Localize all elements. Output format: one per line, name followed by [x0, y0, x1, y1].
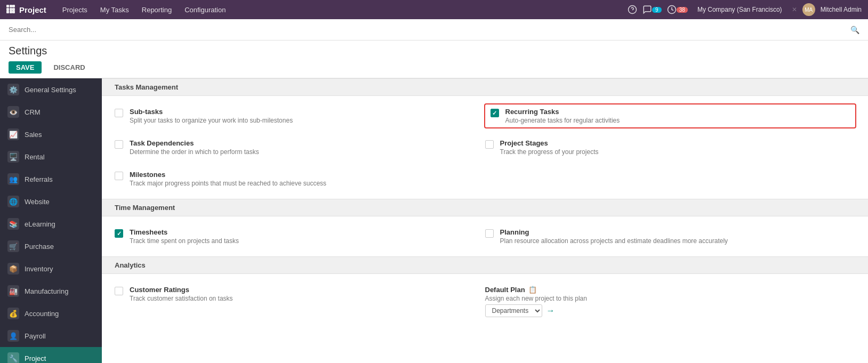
- save-button[interactable]: SAVE: [9, 61, 42, 74]
- setting-title-timesheets: Timesheets: [130, 228, 239, 236]
- search-input[interactable]: [9, 26, 850, 34]
- sidebar-label: Rental: [25, 153, 45, 161]
- svg-rect-8: [12, 11, 15, 13]
- sidebar-item-purchase[interactable]: 🛒Purchase: [0, 235, 102, 257]
- setting-title-milestones: Milestones: [130, 171, 326, 179]
- setting-item-recurring_tasks: Recurring TasksAuto-generate tasks for r…: [484, 103, 857, 128]
- sidebar-icon-inventory: 📦: [7, 263, 19, 275]
- settings-grid-analytics: Customer RatingsTrack customer satisfact…: [102, 274, 868, 331]
- search-bar-row: 🔍: [0, 19, 868, 41]
- setting-desc-planning: Plan resource allocation across projects…: [500, 237, 728, 245]
- sidebar-item-website[interactable]: 🌐Website: [0, 190, 102, 213]
- app-grid-icon[interactable]: [6, 5, 15, 15]
- setting-item-sub_tasks: Sub-tasksSplit your tasks to organize yo…: [115, 104, 485, 127]
- svg-rect-4: [10, 8, 12, 11]
- support-icon[interactable]: [628, 5, 637, 14]
- sidebar-icon-elearning: 📚: [7, 218, 19, 230]
- setting-item-timesheets: TimesheetsTrack time spent on projects a…: [115, 225, 485, 248]
- setting-text-default_plan: Default Plan📋Assign each new project to …: [485, 286, 587, 319]
- top-navigation: Project Projects My Tasks Reporting Conf…: [0, 0, 868, 19]
- settings-grid-tasks_management: Sub-tasksSplit your tasks to organize yo…: [102, 96, 868, 199]
- nav-my-tasks[interactable]: My Tasks: [95, 4, 134, 16]
- sidebar-item-rental[interactable]: 🖥️Rental: [0, 146, 102, 168]
- sidebar-item-referrals[interactable]: 👥Referrals: [0, 168, 102, 190]
- setting-text-sub_tasks: Sub-tasksSplit your tasks to organize yo…: [130, 108, 293, 124]
- checkbox-recurring_tasks[interactable]: [491, 109, 499, 117]
- nav-reporting[interactable]: Reporting: [136, 4, 177, 16]
- setting-desc-default_plan: Assign each new project to this plan: [485, 295, 587, 302]
- checkbox-project_stages[interactable]: [485, 140, 494, 149]
- setting-title-recurring_tasks: Recurring Tasks: [505, 108, 620, 116]
- activities-badge: 38: [677, 7, 688, 13]
- sidebar-item-accounting[interactable]: 💰Accounting: [0, 302, 102, 325]
- setting-text-customer_ratings: Customer RatingsTrack customer satisfact…: [130, 286, 233, 302]
- setting-text-task_dependencies: Task DependenciesDetermine the order in …: [130, 139, 259, 156]
- setting-desc-recurring_tasks: Auto-generate tasks for regular activiti…: [505, 117, 620, 124]
- sidebar-item-manufacturing[interactable]: 🏭Manufacturing: [0, 280, 102, 302]
- sidebar: ⚙️General Settings👁️CRM📈Sales🖥️Rental👥Re…: [0, 78, 102, 363]
- nav-right: 9 38 My Company (San Francisco) ✕ MA Mit…: [628, 3, 862, 16]
- setting-desc-milestones: Track major progress points that must be…: [130, 180, 326, 187]
- content-area: Tasks ManagementSub-tasksSplit your task…: [102, 78, 868, 363]
- sidebar-item-crm[interactable]: 👁️CRM: [0, 101, 102, 123]
- svg-rect-7: [10, 11, 12, 13]
- page-title-row: Settings: [0, 41, 868, 59]
- setting-item-planning: PlanningPlan resource allocation across …: [485, 225, 856, 248]
- sidebar-icon-project: 🔧: [7, 352, 19, 363]
- svg-rect-3: [6, 8, 9, 11]
- sidebar-item-elearning[interactable]: 📚eLearning: [0, 213, 102, 235]
- svg-rect-0: [6, 5, 9, 7]
- sidebar-icon-referrals: 👥: [7, 173, 19, 185]
- sidebar-label: Manufacturing: [25, 287, 68, 295]
- setting-title-project_stages: Project Stages: [500, 139, 599, 147]
- setting-title-customer_ratings: Customer Ratings: [130, 286, 233, 294]
- settings-grid-time_management: TimesheetsTrack time spent on projects a…: [102, 216, 868, 256]
- sidebar-label: Sales: [25, 131, 42, 139]
- checkbox-milestones[interactable]: [115, 172, 123, 180]
- checkbox-timesheets[interactable]: [115, 229, 123, 238]
- sidebar-label: CRM: [25, 108, 41, 116]
- sidebar-icon-purchase: 🛒: [7, 240, 19, 252]
- user-name: Mitchell Admin: [821, 6, 862, 13]
- page-title: Settings: [9, 45, 859, 57]
- checkbox-task_dependencies[interactable]: [115, 140, 123, 149]
- sidebar-label: Project: [25, 354, 46, 362]
- svg-rect-6: [6, 11, 9, 13]
- setting-desc-sub_tasks: Split your tasks to organize your work i…: [130, 117, 293, 124]
- sidebar-icon-rental: 🖥️: [7, 151, 19, 163]
- activities-icon[interactable]: 38: [667, 5, 688, 14]
- nav-projects[interactable]: Projects: [57, 4, 93, 16]
- dropdown-row-default_plan: Departments→: [485, 302, 587, 319]
- sidebar-icon-sales: 📈: [7, 128, 19, 140]
- action-buttons: SAVE DISCARD: [0, 59, 868, 78]
- setting-text-project_stages: Project StagesTrack the progress of your…: [500, 139, 599, 156]
- sidebar-item-inventory[interactable]: 📦Inventory: [0, 257, 102, 280]
- setting-desc-project_stages: Track the progress of your projects: [500, 148, 599, 156]
- discard-button[interactable]: DISCARD: [46, 61, 92, 74]
- setting-text-timesheets: TimesheetsTrack time spent on projects a…: [130, 228, 239, 245]
- sidebar-item-payroll[interactable]: 👤Payroll: [0, 325, 102, 347]
- checkbox-planning[interactable]: [485, 229, 494, 238]
- svg-rect-2: [12, 5, 15, 7]
- arrow-icon-default_plan[interactable]: →: [546, 306, 555, 316]
- sidebar-item-general-settings[interactable]: ⚙️General Settings: [0, 78, 102, 101]
- dropdown-default_plan[interactable]: Departments: [485, 304, 542, 317]
- nav-links: Projects My Tasks Reporting Configuratio…: [57, 4, 628, 16]
- setting-title-planning: Planning: [500, 228, 728, 236]
- sidebar-item-sales[interactable]: 📈Sales: [0, 123, 102, 146]
- messages-icon[interactable]: 9: [642, 5, 662, 14]
- sidebar-item-project[interactable]: 🔧Project: [0, 347, 102, 363]
- setting-item-customer_ratings: Customer RatingsTrack customer satisfact…: [115, 283, 485, 305]
- sidebar-label: Payroll: [25, 332, 46, 340]
- nav-configuration[interactable]: Configuration: [179, 4, 231, 16]
- setting-item-milestones: MilestonesTrack major progress points th…: [115, 167, 485, 190]
- setting-text-recurring_tasks: Recurring TasksAuto-generate tasks for r…: [505, 108, 620, 124]
- app-name: Project: [19, 5, 46, 14]
- setting-title-default_plan: Default Plan📋: [485, 286, 587, 294]
- setting-desc-timesheets: Track time spent on projects and tasks: [130, 237, 239, 245]
- checkbox-sub_tasks[interactable]: [115, 109, 123, 117]
- sidebar-label: Accounting: [25, 310, 59, 318]
- checkbox-customer_ratings[interactable]: [115, 287, 123, 295]
- svg-rect-5: [12, 8, 15, 11]
- setting-title-sub_tasks: Sub-tasks: [130, 108, 293, 116]
